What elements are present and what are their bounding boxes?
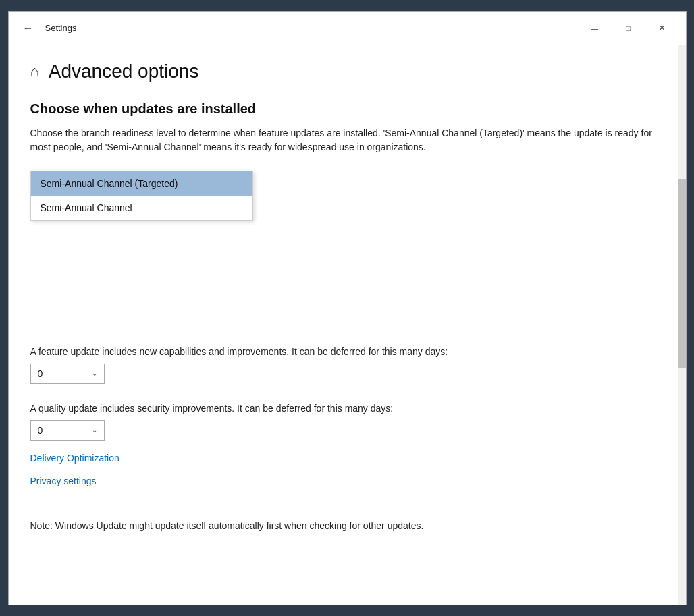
scrollbar-thumb[interactable]	[678, 179, 686, 368]
feature-defer-chevron: ⌄	[92, 370, 97, 377]
feature-defer-select[interactable]: 0 ⌄	[30, 364, 105, 384]
description: Choose the branch readiness level to det…	[30, 126, 664, 155]
dropdown-open[interactable]: Semi-Annual Channel (Targeted) Semi-Annu…	[30, 171, 253, 221]
quality-defer-value: 0	[38, 425, 43, 436]
note-text: Note: Windows Update might update itself…	[30, 519, 664, 533]
section-title: Choose when updates are installed	[30, 101, 664, 117]
page-header: ⌂ Advanced options	[30, 61, 664, 82]
title-bar-left: ← Settings	[9, 17, 77, 40]
dropdown-option-sac[interactable]: Semi-Annual Channel	[31, 196, 252, 220]
window-title: Settings	[45, 23, 77, 33]
title-bar: ← Settings — □ ✕	[9, 12, 686, 45]
settings-window: ← Settings — □ ✕ ⌂ Advanced options Choo…	[8, 11, 687, 605]
scrollbar[interactable]	[678, 45, 686, 605]
feature-update-label: A feature update includes new capabiliti…	[30, 198, 664, 357]
back-button[interactable]: ←	[17, 17, 40, 40]
page-content: ⌂ Advanced options Choose when updates a…	[9, 45, 686, 605]
feature-defer-value: 0	[38, 368, 43, 379]
home-icon: ⌂	[30, 63, 39, 80]
quality-update-label: A quality update includes security impro…	[30, 403, 664, 414]
title-bar-controls: — □ ✕	[579, 18, 678, 39]
maximize-button[interactable]: □	[613, 18, 644, 39]
dropdown-option-targeted[interactable]: Semi-Annual Channel (Targeted)	[31, 171, 252, 196]
privacy-settings-link[interactable]: Privacy settings	[30, 476, 664, 486]
minimize-button[interactable]: —	[579, 18, 610, 39]
page-title: Advanced options	[49, 61, 199, 82]
quality-defer-chevron: ⌄	[92, 426, 97, 434]
quality-defer-select[interactable]: 0 ⌄	[30, 420, 105, 441]
close-button[interactable]: ✕	[647, 18, 678, 39]
delivery-optimization-link[interactable]: Delivery Optimization	[30, 453, 664, 464]
